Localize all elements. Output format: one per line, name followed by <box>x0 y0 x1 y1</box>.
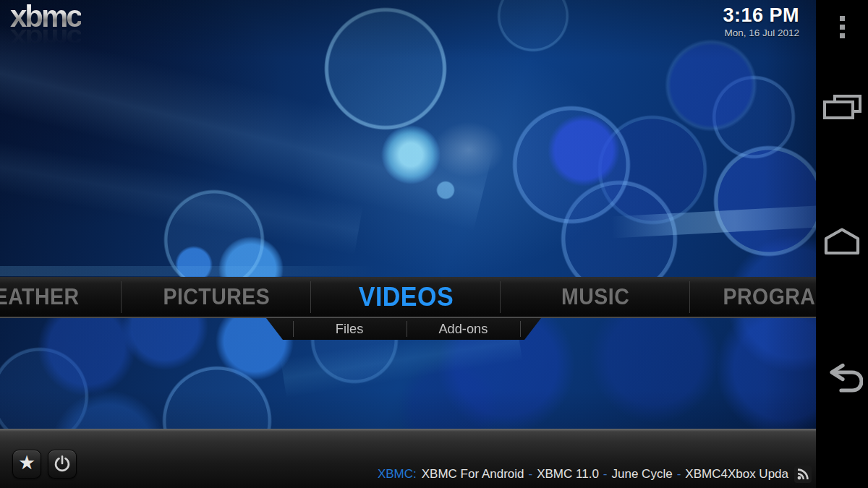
rss-item: June Cycle <box>612 467 673 481</box>
rss-ticker: XBMC: XBMC For Android - XBMC 11.0 - Jun… <box>378 466 812 483</box>
rss-separator: - <box>529 467 533 481</box>
main-menu-band: WEATHER PICTURES VIDEOS MUSIC PROGRAMS <box>0 277 868 318</box>
light-streak <box>0 135 363 255</box>
recent-apps-icon <box>822 95 861 119</box>
power-icon <box>53 455 72 474</box>
home-icon <box>823 227 861 254</box>
main-menu: WEATHER PICTURES VIDEOS MUSIC PROGRAMS <box>0 278 868 317</box>
home-button[interactable] <box>816 226 868 256</box>
videos-submenu: Files Add-ons <box>266 318 541 340</box>
date-label: Mon, 16 Jul 2012 <box>723 27 799 38</box>
menu-item-label: WEATHER <box>0 284 80 310</box>
submenu-item-label: Add-ons <box>439 321 488 338</box>
menu-item-label: PICTURES <box>163 284 270 310</box>
submenu-item-files[interactable]: Files <box>293 318 407 340</box>
favorites-button[interactable]: ★ <box>12 450 41 479</box>
xbmc-logo: xbmc xbmc <box>10 1 81 53</box>
bottom-bar: ★ XBMC: XBMC For Android - XBMC 11.0 - J… <box>0 429 868 488</box>
menu-item-videos[interactable]: VIDEOS <box>311 278 501 317</box>
rss-icon <box>794 466 812 483</box>
overflow-dots-icon <box>840 16 845 21</box>
rss-separator: - <box>677 467 681 481</box>
xbmc-home-screen: xbmc xbmc 3:16 PM Mon, 16 Jul 2012 WEATH… <box>0 0 868 488</box>
xbmc-logo-reflection: xbmc <box>10 25 81 51</box>
menu-item-weather[interactable]: WEATHER <box>0 278 122 317</box>
submenu-item-label: Files <box>336 321 364 338</box>
overflow-dots-icon <box>840 25 845 30</box>
light-streak <box>610 206 817 239</box>
recent-apps-button[interactable] <box>816 93 868 121</box>
star-icon: ★ <box>18 453 35 475</box>
back-button[interactable] <box>816 361 868 397</box>
rss-item: XBMC4Xbox Upda <box>685 467 788 481</box>
menu-overflow-button[interactable] <box>816 10 868 43</box>
android-nav-bar <box>816 0 868 488</box>
clock: 3:16 PM Mon, 16 Jul 2012 <box>723 4 799 38</box>
menu-item-label: VIDEOS <box>358 282 453 312</box>
overflow-dots-icon <box>840 33 845 38</box>
rss-item: XBMC For Android <box>422 467 524 481</box>
back-arrow-icon <box>821 362 863 395</box>
light-streak <box>0 266 376 276</box>
menu-item-pictures[interactable]: PICTURES <box>122 278 311 317</box>
rss-separator: - <box>603 467 608 481</box>
time-label: 3:16 PM <box>723 4 799 27</box>
bokeh-wallpaper <box>0 0 868 488</box>
rss-item: XBMC 11.0 <box>537 467 599 481</box>
submenu-item-addons[interactable]: Add-ons <box>407 318 520 340</box>
menu-item-label: MUSIC <box>561 284 629 310</box>
power-button[interactable] <box>48 450 77 479</box>
menu-item-music[interactable]: MUSIC <box>501 278 690 317</box>
rss-source-label: XBMC: <box>378 467 417 481</box>
